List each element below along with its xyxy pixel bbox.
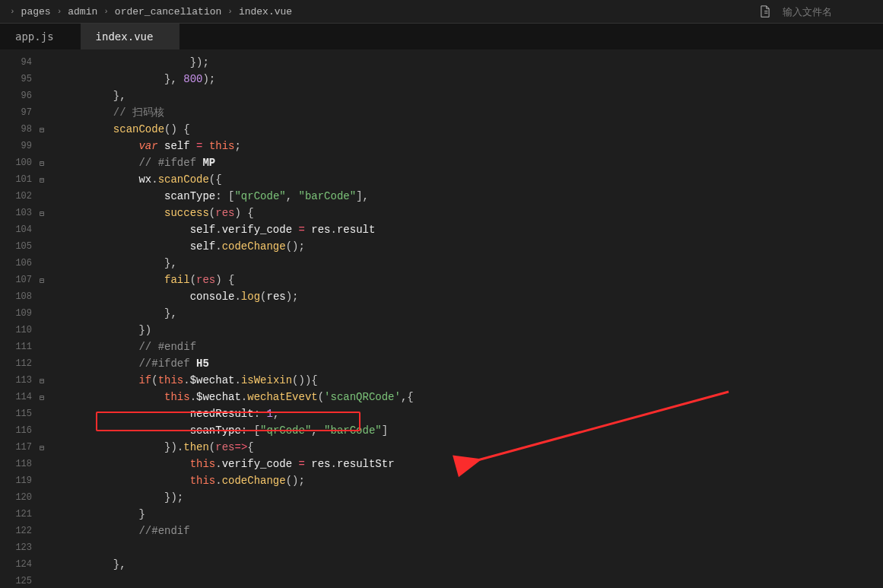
line-number: 125 [0, 573, 37, 588]
line-number: 116 [0, 422, 37, 439]
tab-appjs[interactable]: app.js [0, 24, 81, 49]
line-number: 94 [0, 54, 37, 71]
code-line[interactable]: scanCode() { [37, 121, 883, 138]
line-number: 109 [0, 305, 37, 322]
code-line[interactable]: }).then(res=>{ [37, 439, 883, 456]
code-line[interactable]: success(res) { [37, 205, 883, 221]
line-number: 106 [0, 255, 37, 272]
line-number: 97 [0, 104, 37, 121]
chevron-icon: › [225, 7, 235, 16]
code-line[interactable]: //#ifdef H5 [37, 355, 883, 372]
line-number: 115 [0, 405, 37, 422]
code-line[interactable]: }, [37, 87, 883, 104]
code-line[interactable]: wx.scanCode({ [37, 171, 883, 188]
line-number: 95 [0, 71, 37, 87]
code-line[interactable]: this.$wechat.wechatEvevt('scanQRCode',{ [37, 389, 883, 405]
code-line[interactable]: }); [37, 489, 883, 506]
line-number: 114⊟ [0, 389, 37, 405]
code-line[interactable]: self.verify_code = res.result [37, 221, 883, 238]
line-number: 100⊟ [0, 154, 37, 171]
code-line[interactable]: fail(res) { [37, 272, 883, 288]
breadcrumb-seg[interactable]: order_cancellation [113, 6, 224, 17]
code-line[interactable]: }, [37, 556, 883, 573]
topbar: › pages › admin › order_cancellation › i… [0, 0, 883, 24]
code-line[interactable]: var self = this; [37, 138, 883, 154]
code-line[interactable]: //#endif [37, 523, 883, 539]
breadcrumb-seg[interactable]: admin [65, 6, 100, 17]
line-number: 102 [0, 188, 37, 205]
file-search-input[interactable] [781, 5, 875, 18]
line-number: 99 [0, 138, 37, 154]
breadcrumb-seg[interactable]: pages [19, 6, 53, 17]
line-number: 98⊟ [0, 121, 37, 138]
code-line[interactable]: self.codeChange(); [37, 238, 883, 255]
line-number: 121 [0, 506, 37, 523]
code-line[interactable] [37, 573, 883, 588]
code-line[interactable]: }) [37, 322, 883, 338]
tab-label: app.js [15, 30, 54, 43]
tab-indexvue[interactable]: index.vue [81, 24, 180, 49]
line-number: 118 [0, 456, 37, 472]
line-number: 108 [0, 288, 37, 305]
line-number: 111 [0, 338, 37, 355]
code-area[interactable]: }); }, 800); }, // 扫码核 scanCode() { var … [37, 49, 883, 588]
line-number: 113⊟ [0, 372, 37, 389]
line-number: 120 [0, 489, 37, 506]
code-line[interactable]: // #endif [37, 338, 883, 355]
breadcrumb-seg[interactable]: index.vue [237, 6, 294, 17]
chevron-icon: › [8, 7, 17, 16]
line-number: 112 [0, 355, 37, 372]
tabs: app.js index.vue [0, 24, 883, 49]
line-number: 105 [0, 238, 37, 255]
line-number: 124 [0, 556, 37, 573]
line-number: 101⊟ [0, 171, 37, 188]
chevron-icon: › [55, 7, 65, 16]
code-line[interactable]: scanType: ["qrCode", "barCode"] [37, 422, 883, 439]
code-line[interactable]: // 扫码核 [37, 104, 883, 121]
code-line[interactable]: console.log(res); [37, 288, 883, 305]
code-line[interactable]: }, [37, 305, 883, 322]
breadcrumb: › pages › admin › order_cancellation › i… [8, 6, 294, 17]
code-line[interactable]: }, [37, 255, 883, 272]
code-line[interactable]: }, 800); [37, 71, 883, 87]
code-line[interactable]: if(this.$wechat.isWeixin()){ [37, 372, 883, 389]
editor[interactable]: 9495969798⊟99100⊟101⊟102103⊟104105106107… [0, 49, 883, 588]
code-line[interactable] [37, 539, 883, 556]
code-line[interactable]: this.verify_code = res.resultStr [37, 456, 883, 472]
code-line[interactable]: }); [37, 54, 883, 71]
line-number: 96 [0, 87, 37, 104]
code-line[interactable]: this.codeChange(); [37, 472, 883, 489]
line-number: 103⊟ [0, 205, 37, 221]
line-number: 123 [0, 539, 37, 556]
gutter: 9495969798⊟99100⊟101⊟102103⊟104105106107… [0, 49, 37, 588]
line-number: 104 [0, 221, 37, 238]
tab-label: index.vue [96, 30, 154, 43]
chevron-icon: › [101, 7, 111, 16]
line-number: 110 [0, 322, 37, 338]
code-line[interactable]: // #ifdef MP [37, 154, 883, 171]
code-line[interactable]: } [37, 506, 883, 523]
new-file-icon[interactable] [759, 5, 770, 18]
code-line[interactable]: scanType: ["qrCode", "barCode"], [37, 188, 883, 205]
line-number: 122 [0, 523, 37, 539]
line-number: 117⊟ [0, 439, 37, 456]
line-number: 107⊟ [0, 272, 37, 288]
code-line[interactable]: needResult: 1, [37, 405, 883, 422]
line-number: 119 [0, 472, 37, 489]
